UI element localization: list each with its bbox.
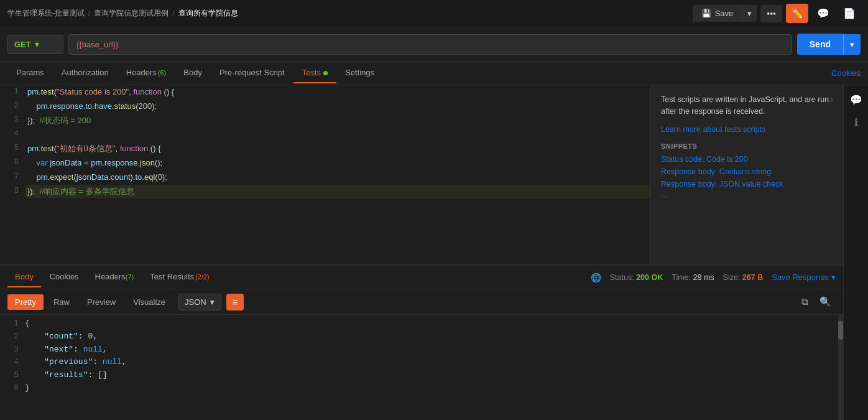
- save-response-button[interactable]: Save Response ▾: [772, 273, 836, 282]
- main-content: 1 pm.test("Status code is 200", function…: [0, 85, 868, 420]
- sidebar-description: Test scripts are written in JavaScript, …: [661, 94, 830, 118]
- response-scrollbar[interactable]: [838, 315, 843, 420]
- tab-headers[interactable]: Headers(6): [118, 63, 175, 83]
- copy-button[interactable]: ⧉: [797, 293, 813, 310]
- more-options-button[interactable]: •••: [760, 5, 782, 22]
- code-editor[interactable]: 1 pm.test("Status code is 200", function…: [0, 85, 650, 264]
- top-bar: 学生管理系统-批量测试 / 查询学院信息测试用例 / 查询所有学院信息 💾 Sa…: [0, 0, 868, 27]
- resp-line-2: 2 "count": 0,: [0, 330, 838, 343]
- breadcrumb-part3: 查询所有学院信息: [178, 8, 238, 19]
- tab-body[interactable]: Body: [175, 63, 211, 83]
- format-tab-visualize[interactable]: Visualize: [126, 294, 173, 310]
- status-label: Status: 200 OK: [610, 273, 663, 282]
- json-select-arrow-icon: ▾: [210, 297, 215, 307]
- response-meta: 🌐 Status: 200 OK Time: 28 ms Size: 267 B…: [591, 273, 836, 282]
- url-bar: GET ▾ Send ▾: [0, 27, 868, 62]
- tab-tests[interactable]: Tests: [293, 63, 336, 83]
- response-body-wrapper: 1 { 2 "count": 0, 3 "next": null, 4 "p: [0, 315, 843, 420]
- save-icon: 💾: [701, 9, 711, 18]
- code-line-5: 5 pm.test("初始有0条信息", function () {: [0, 142, 650, 156]
- code-line-4: 4: [0, 128, 650, 142]
- tab-settings[interactable]: Settings: [336, 63, 383, 83]
- right-icons-sidebar: 💬 ℹ: [843, 85, 868, 420]
- code-line-3: 3 }); //状态码 = 200: [0, 114, 650, 128]
- save-dropdown-button[interactable]: ▾: [742, 5, 757, 22]
- save-btn-group: 💾 Save ▾: [693, 5, 757, 22]
- request-tabs-row: Params Authorization Headers(6) Body Pre…: [0, 62, 868, 85]
- tab-pre-request[interactable]: Pre-request Script: [211, 63, 293, 83]
- format-tab-raw[interactable]: Raw: [46, 294, 77, 310]
- editor-sidebar-header: Test scripts are written in JavaScript, …: [661, 94, 833, 118]
- editor-main-wrapper: 1 pm.test("Status code is 200", function…: [0, 85, 843, 264]
- globe-icon: 🌐: [591, 273, 601, 282]
- response-tabs-row: Body Cookies Headers(7) Test Results(2/2…: [0, 266, 843, 289]
- code-line-8: 8 }); //响应内容 = 多条学院信息: [0, 185, 650, 199]
- tab-params[interactable]: Params: [7, 63, 53, 83]
- sidebar-chevron-icon[interactable]: ›: [830, 94, 833, 105]
- breadcrumb-part1[interactable]: 学生管理系统-批量测试: [7, 8, 85, 19]
- time-label: Time: 28 ms: [672, 273, 714, 282]
- breadcrumb-part2[interactable]: 查询学院信息测试用例: [94, 8, 169, 19]
- resp-line-4: 4 "previous": null,: [0, 356, 838, 369]
- method-select[interactable]: GET ▾: [7, 35, 63, 54]
- cookies-link[interactable]: Cookies: [831, 68, 861, 78]
- snippet-link-1[interactable]: Status code: Code is 200: [661, 155, 833, 164]
- json-type-select[interactable]: JSON ▾: [178, 294, 221, 310]
- format-tab-preview[interactable]: Preview: [80, 294, 123, 310]
- edit-icon-button[interactable]: ✏️: [786, 4, 808, 23]
- breadcrumb: 学生管理系统-批量测试 / 查询学院信息测试用例 / 查询所有学院信息: [7, 8, 238, 19]
- response-code[interactable]: 1 { 2 "count": 0, 3 "next": null, 4 "p: [0, 315, 838, 420]
- breadcrumb-sep1: /: [88, 9, 90, 18]
- code-line-2: 2 pm.response.to.have.status(200);: [0, 100, 650, 114]
- response-area: Body Cookies Headers(7) Test Results(2/2…: [0, 264, 843, 420]
- tab-authorization[interactable]: Authorization: [53, 63, 118, 83]
- top-bar-actions: 💾 Save ▾ ••• ✏️ 💬 📄: [693, 4, 861, 23]
- response-tab-body[interactable]: Body: [7, 267, 41, 287]
- snippets-title: SNIPPETS: [661, 142, 833, 150]
- response-toolbar: Pretty Raw Preview Visualize JSON ▾ ≡ ⧉ …: [0, 289, 843, 315]
- send-btn-group: Send ▾: [797, 34, 861, 55]
- resp-line-1: 1 {: [0, 317, 838, 330]
- format-tab-pretty[interactable]: Pretty: [7, 294, 44, 310]
- left-panel: 1 pm.test("Status code is 200", function…: [0, 85, 843, 420]
- size-label: Size: 267 B: [723, 273, 764, 282]
- learn-more-link[interactable]: Learn more about tests scripts: [661, 125, 833, 134]
- snippet-link-3[interactable]: Response body: JSON value check: [661, 180, 833, 189]
- code-line-6: 6 var jsonData = pm.response.json();: [0, 156, 650, 170]
- resp-line-3: 3 "next": null,: [0, 343, 838, 357]
- sidebar-info-icon-button[interactable]: ℹ: [847, 113, 866, 131]
- save-response-dropdown-icon: ▾: [831, 273, 836, 282]
- response-tab-cookies[interactable]: Cookies: [42, 267, 86, 287]
- save-button[interactable]: 💾 Save: [693, 5, 742, 22]
- response-tab-test-results[interactable]: Test Results(2/2): [142, 267, 216, 287]
- resp-line-6: 6 }: [0, 382, 838, 395]
- method-dropdown-icon: ▾: [35, 40, 39, 49]
- snippet-link-4[interactable]: ···: [661, 192, 833, 201]
- snippet-link-2[interactable]: Response body: Contains string: [661, 167, 833, 176]
- search-button[interactable]: 🔍: [815, 293, 836, 310]
- code-line-7: 7 pm.expect(jsonData.count).to.eql(0);: [0, 170, 650, 185]
- send-button[interactable]: Send: [797, 34, 843, 55]
- resp-line-5: 5 "results": []: [0, 369, 838, 382]
- url-input[interactable]: [68, 34, 792, 55]
- sidebar-chat-icon-button[interactable]: 💬: [847, 90, 866, 109]
- comment-icon-button[interactable]: 💬: [812, 4, 834, 23]
- breadcrumb-sep2: /: [172, 9, 174, 18]
- filter-button[interactable]: ≡: [226, 294, 244, 310]
- send-dropdown-button[interactable]: ▾: [843, 34, 861, 55]
- document-icon-button[interactable]: 📄: [838, 4, 861, 23]
- editor-sidebar: Test scripts are written in JavaScript, …: [650, 85, 843, 264]
- response-tab-headers[interactable]: Headers(7): [88, 267, 142, 287]
- code-line-1: 1 pm.test("Status code is 200", function…: [0, 85, 650, 100]
